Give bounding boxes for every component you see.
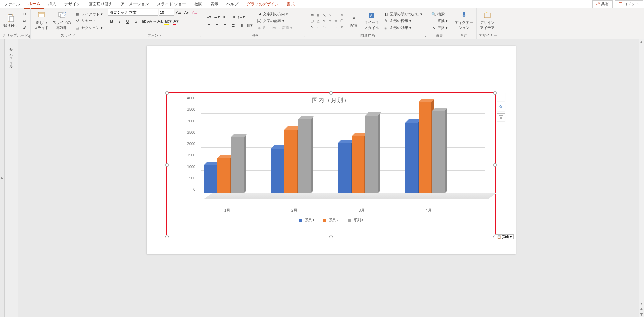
bar[interactable] [419,102,431,193]
chart-object[interactable]: 国内（月別） 05001000150020002500300035004000 … [167,93,495,237]
bold-button[interactable]: B [108,17,115,25]
tab-transitions[interactable]: 画面切り替え [85,0,117,8]
arrow-right-icon[interactable]: ⇨ [327,18,333,24]
bar-group[interactable] [338,116,378,193]
brace-left-icon[interactable]: { [327,24,333,30]
legend-item[interactable]: 系列3 [354,218,363,222]
tab-animations[interactable]: アニメーション [117,0,153,8]
strikethrough-button[interactable]: S [132,17,140,25]
more-shapes-icon[interactable]: ▾ [339,24,345,30]
distribute-button[interactable]: ⫼ [237,21,245,29]
resize-handle[interactable] [165,163,169,167]
align-right-button[interactable]: ≡ [221,21,229,29]
decrease-font-button[interactable]: A▾ [183,9,190,16]
dialog-launcher-icon[interactable]: ↘ [199,35,202,38]
resize-handle[interactable] [493,163,497,167]
increase-font-button[interactable]: A▴ [175,9,182,16]
shape-outline-button[interactable]: ✎図形の枠線 ▾ [382,18,423,24]
dialog-launcher-icon[interactable]: ↘ [424,35,427,38]
shape-effects-button[interactable]: ◎図形の効果 ▾ [382,25,423,31]
new-slide-button[interactable]: + 新しい スライド [33,11,50,31]
bar[interactable] [405,123,418,193]
dialog-launcher-icon[interactable]: ↘ [26,35,30,38]
legend-item[interactable]: 系列2 [329,218,338,222]
justify-button[interactable]: ≣ [229,21,237,29]
bar[interactable] [338,143,351,193]
increase-indent-button[interactable]: ⇥ [229,13,237,20]
bar[interactable] [204,165,217,193]
resize-handle[interactable] [493,91,497,95]
tab-chart-design[interactable]: グラフのデザイン [243,0,283,8]
hexagon-shape-icon[interactable]: ⬡ [339,18,345,24]
text-direction-button[interactable]: ↕A文字列の方向 ▾ [256,11,293,17]
legend[interactable]: 系列1 系列2 系列3 [167,218,495,223]
resize-handle[interactable] [165,91,169,95]
scroll-up-icon[interactable]: ▲ [639,39,644,44]
share-button[interactable]: ☍共有 [592,0,613,8]
freeform-shape-icon[interactable]: ⟋ [315,24,321,30]
arrow-line-icon[interactable]: ↘ [327,12,333,17]
tab-format[interactable]: 書式 [283,0,299,8]
scroll-down-icon[interactable]: ▼ [639,301,644,306]
tab-slideshow[interactable]: スライド ショー [153,0,190,8]
rect-shape-icon[interactable]: □ [333,12,339,17]
section-button[interactable]: ▤セクション ▾ [74,25,104,31]
next-slide-icon[interactable]: ⯆ [639,312,644,317]
bar[interactable] [271,149,284,193]
shapes-gallery[interactable]: ▭▯＼↘□○ ▢△⤷⇨☆⬡ ∿⟋⤳{}▾ [309,12,345,30]
reset-button[interactable]: ↺リセット [74,18,104,24]
reuse-slide-button[interactable]: スライドの 再利用 [51,11,72,31]
numbering-button[interactable]: ≣▾ [213,13,221,20]
dialog-launcher-icon[interactable]: ↘ [303,35,306,38]
oval-shape-icon[interactable]: ○ [339,12,345,17]
slide-area[interactable]: 国内（月別） 05001000150020002500300035004000 … [18,39,644,317]
layout-button[interactable]: ▦レイアウト ▾ [74,11,104,17]
line-spacing-button[interactable]: ↕≡▾ [237,13,245,20]
vtext-shape-icon[interactable]: ▯ [315,12,321,17]
resize-handle[interactable] [329,235,333,238]
quick-styles-button[interactable]: A クイック スタイル [363,11,380,31]
tab-design[interactable]: デザイン [60,0,85,8]
align-left-button[interactable]: ≡ [205,21,213,29]
tab-insert[interactable]: 挿入 [44,0,60,8]
chart-filter-button[interactable] [497,113,505,121]
connector-shape-icon[interactable]: ⤳ [321,24,327,30]
find-button[interactable]: 🔍検索 [430,11,449,17]
bar[interactable] [352,136,364,193]
prev-slide-icon[interactable]: ⯅ [639,306,644,312]
line-shape-icon[interactable]: ＼ [321,12,327,17]
chart-styles-button[interactable]: ✎ [497,103,505,111]
clear-format-button[interactable]: A◇ [191,9,198,16]
bar[interactable] [231,137,244,193]
align-center-button[interactable]: ≡ [213,21,221,29]
replace-button[interactable]: ↔置換 ▾ [430,18,449,24]
elbow-conn-icon[interactable]: ⤷ [321,18,327,24]
curve-shape-icon[interactable]: ∿ [309,24,315,30]
change-case-button[interactable]: Aa [156,17,164,25]
roundrect-shape-icon[interactable]: ▢ [309,18,315,24]
legend-item[interactable]: 系列1 [305,218,314,222]
resize-handle[interactable] [329,91,333,95]
triangle-shape-icon[interactable]: △ [315,18,321,24]
paste-button[interactable]: 貼り付け [2,13,19,29]
tab-home[interactable]: ホーム [24,0,44,9]
underline-button[interactable]: U [124,17,131,25]
bullets-button[interactable]: ≡▾ [205,13,213,20]
convert-smartart-button[interactable]: ⬗SmartArt に変換 ▾ [256,25,293,31]
thumbnail-pane[interactable]: サムネイル [5,39,18,317]
bar[interactable] [365,116,378,193]
bar[interactable] [284,130,297,193]
columns-button[interactable]: ▥▾ [246,21,253,29]
cut-button[interactable]: ✂ [21,11,28,17]
italic-button[interactable]: I [116,17,123,25]
format-painter-button[interactable]: 🖌 [21,25,28,31]
highlight-button[interactable]: ab▾ [164,17,172,25]
vertical-scrollbar[interactable]: ▲ ▼ ⯅ ⯆ [639,39,644,317]
star-shape-icon[interactable]: ☆ [333,18,339,24]
paste-options-button[interactable]: 📋(Ctrl) ▾ [495,234,514,239]
arrange-button[interactable]: ⧉ 配置 [347,13,361,29]
slide[interactable]: 国内（月別） 05001000150020002500300035004000 … [147,46,516,254]
select-button[interactable]: ↖選択 ▾ [430,25,449,31]
thumbnail-toggle[interactable] [0,39,5,317]
bar-group[interactable] [405,102,445,193]
